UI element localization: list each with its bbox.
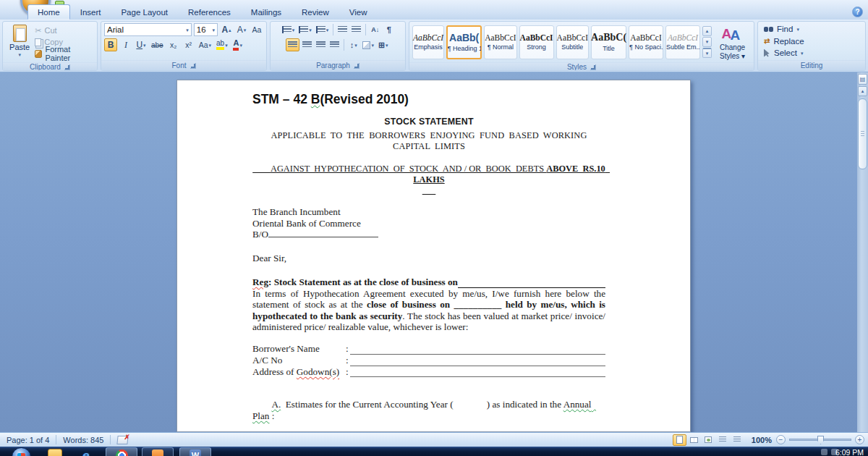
italic-button[interactable]: I [119,38,132,51]
proofing-errors-button[interactable]: ✗ [111,433,135,447]
underline-button[interactable]: U ▾ [135,38,148,51]
clipboard-dialog-launcher[interactable] [64,64,70,70]
paragraph-dialog-launcher[interactable] [354,63,359,69]
font-size-combobox[interactable]: 16 ▾ [194,23,218,36]
decrease-indent-button[interactable] [336,23,349,36]
style-heading1[interactable]: AaBb( ¶ Heading 1 [446,25,482,59]
shrink-font-button[interactable]: A ▾ [235,23,248,36]
chrome-taskbar-button[interactable] [106,447,137,456]
tab-mailings[interactable]: Mailings [241,4,292,20]
ruler-toggle-button[interactable]: ▤ [858,74,867,85]
internet-explorer-taskbar-icon[interactable]: e [82,449,97,456]
reading-view-icon [690,437,698,443]
tab-insert[interactable]: Insert [70,4,111,20]
styles-dialog-launcher[interactable] [590,64,596,70]
tab-home[interactable]: Home [27,4,70,20]
draft-view-button[interactable] [731,434,744,446]
chevron-down-icon: ▾ [212,28,215,33]
styles-scroll-up[interactable]: ▴ [702,26,712,36]
styles-gallery-more[interactable]: ▾ [702,48,712,58]
doc-salutation: Dear Sir, [252,253,605,264]
divider [365,24,366,35]
styles-scroll-down[interactable]: ▾ [702,37,712,47]
superscript-button[interactable]: x² [182,38,195,51]
app-taskbar-button[interactable] [142,447,174,456]
numbering-button[interactable]: ▾ [297,23,313,36]
tab-review[interactable]: Review [292,4,339,20]
sort-button[interactable]: A↓ [369,23,381,36]
web-layout-view-button[interactable] [702,434,715,446]
multilevel-list-button[interactable]: ▾ [315,23,331,36]
bullets-button[interactable]: ▾ [281,23,297,36]
strikethrough-button[interactable]: abe [150,38,165,51]
align-center-button[interactable] [301,38,313,51]
style-emphasis[interactable]: AaBbCcI Emphasis [412,25,444,59]
windows-logo-icon [17,453,25,456]
zoom-slider-thumb[interactable] [817,436,824,444]
explorer-taskbar-icon[interactable] [48,449,62,456]
multilevel-list-icon [316,26,326,33]
vertical-scrollbar[interactable]: ▤ ▴ [857,72,868,432]
zoom-out-button[interactable]: − [776,435,786,444]
page-indicator[interactable]: Page: 1 of 4 [0,433,56,447]
blank-rule [350,358,605,366]
increase-indent-icon [352,26,361,33]
replace-button[interactable]: ⇄ Replace [764,37,859,46]
outline-view-button[interactable] [716,434,730,446]
view-shortcuts [670,434,747,446]
select-button[interactable]: Select ▾ [764,48,859,57]
style-label: ¶ Normal [488,43,514,51]
full-screen-reading-view-button[interactable] [687,434,701,446]
draft-view-icon [733,436,741,443]
word-taskbar-button[interactable]: W [179,447,211,456]
borders-button[interactable]: ⊞▾ [377,38,390,51]
format-painter-button[interactable]: Format Painter [33,48,94,59]
change-case-button[interactable]: Aa ▾ [197,38,213,51]
style-subtle-emphasis[interactable]: AaBbCcI Subtle Em... [665,25,700,59]
bold-button[interactable]: B [104,38,117,51]
shading-button[interactable]: ▾ [361,38,375,51]
style-title[interactable]: AaBbC( Title [591,25,626,59]
align-right-button[interactable] [315,38,327,51]
paste-button[interactable]: Paste ▾ [6,23,33,61]
align-left-button[interactable] [286,38,299,51]
style-subtitle[interactable]: AaBbCcI Subtitle [556,25,589,59]
editing-title: Editing [801,62,823,69]
cut-button[interactable]: ✂ Cut [33,25,94,36]
font-dialog-launcher[interactable] [190,63,196,69]
scrollbar-thumb[interactable] [858,98,867,169]
show-paragraph-marks-button[interactable]: ¶ [383,23,395,36]
tab-view[interactable]: View [339,4,378,20]
tray-icon[interactable] [821,449,827,455]
doc-heading: STM – 42 B(Revised 2010) [252,92,605,107]
clock[interactable]: 6:09 PM [835,448,864,456]
start-button[interactable] [12,447,31,456]
word-count[interactable]: Words: 845 [56,433,110,447]
style-normal[interactable]: AaBbCcI ¶ Normal [484,25,516,59]
tab-references[interactable]: References [178,4,241,20]
line-spacing-button[interactable]: ↕▾ [347,38,359,51]
font-color-button[interactable]: A ▾ [231,38,244,51]
print-layout-view-button[interactable] [673,434,686,446]
help-icon[interactable]: ? [852,7,863,17]
justify-button[interactable] [328,38,341,51]
find-button[interactable]: Find ▾ [764,25,859,33]
grow-font-button[interactable]: A ▴ [220,23,233,36]
page[interactable]: STM – 42 B(Revised 2010) STOCK STATEMENT… [176,80,691,432]
subscript-button[interactable]: x₂ [167,38,180,51]
style-strong[interactable]: AaBbCcI Strong [519,25,554,59]
change-styles-button[interactable]: A A Change Styles ▾ [714,24,751,60]
clear-formatting-button[interactable]: Aa [250,23,263,36]
style-preview: AaBbCcI [520,33,553,42]
scroll-up-button[interactable]: ▴ [858,86,867,96]
tab-page-layout[interactable]: Page Layout [111,4,178,20]
style-no-spacing[interactable]: AaBbCcI ¶ No Spaci... [629,25,663,59]
zoom-in-button[interactable]: + [855,435,864,444]
zoom-slider[interactable] [789,439,851,441]
text-highlight-button[interactable]: ab ▾ [215,38,229,51]
increase-indent-button[interactable] [350,23,362,36]
find-label: Find [777,25,793,33]
font-name-combobox[interactable]: Arial ▾ [104,23,192,36]
select-cursor-icon [764,49,770,57]
zoom-level[interactable]: 100% [747,436,776,444]
